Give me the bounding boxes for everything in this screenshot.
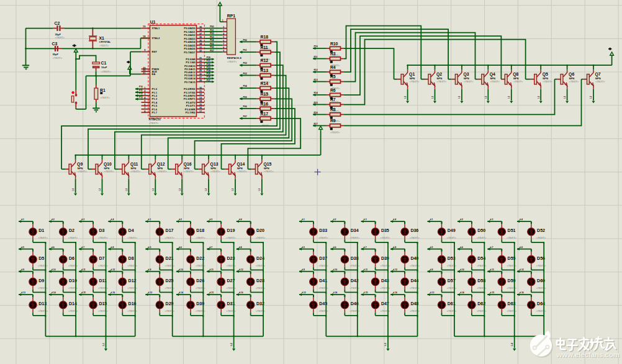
svg-text:1-2: 1-2: [205, 189, 208, 192]
svg-text:P3.4/T0: P3.4/T0: [186, 101, 196, 104]
svg-text:P12: P12: [139, 92, 143, 95]
svg-text:26: 26: [199, 73, 202, 76]
svg-text:D7: D7: [99, 256, 104, 260]
svg-text:d-10: d-10: [460, 269, 464, 271]
svg-text:d-13: d-13: [21, 291, 25, 294]
svg-text:P0.2/AD2: P0.2/AD2: [184, 33, 196, 37]
svg-text:<TEXT>: <TEXT>: [349, 264, 359, 267]
svg-text:RST: RST: [152, 50, 158, 53]
svg-text:P03: P03: [243, 73, 247, 75]
svg-text:P3.7/RD: P3.7/RD: [186, 111, 196, 114]
svg-text:Q3: Q3: [463, 72, 469, 77]
svg-text:d-8: d-8: [393, 246, 396, 249]
svg-text:d-1: d-1: [21, 218, 24, 221]
svg-text:Q15: Q15: [263, 162, 271, 167]
svg-text:d-15: d-15: [81, 291, 86, 294]
svg-text:<TEXT>: <TEXT>: [98, 264, 108, 267]
svg-text:P0.1/AD1: P0.1/AD1: [184, 30, 196, 33]
svg-text:<TEXT>: <TEXT>: [104, 170, 114, 173]
svg-text:d-12: d-12: [110, 269, 115, 271]
svg-text:<TEXT>: <TEXT>: [464, 80, 474, 83]
svg-text:d-5: d-5: [21, 246, 24, 249]
svg-text:d-5: d-5: [430, 246, 433, 249]
svg-text:R5: R5: [330, 74, 336, 79]
svg-text:<TEXT>: <TEXT>: [237, 170, 247, 173]
svg-text:D51: D51: [508, 228, 516, 233]
svg-text:6: 6: [144, 104, 145, 106]
svg-text:R12: R12: [261, 58, 269, 63]
svg-text:d-14: d-14: [333, 291, 337, 294]
svg-text:16: 16: [199, 107, 202, 109]
svg-text:AT89C51: AT89C51: [149, 118, 161, 121]
svg-text:D19: D19: [227, 228, 235, 233]
svg-text:<TEXT>: <TEXT>: [210, 170, 220, 173]
svg-text:P1.5: P1.5: [152, 104, 158, 107]
svg-text:P17: P17: [314, 123, 318, 125]
svg-text:P13: P13: [139, 96, 143, 99]
svg-text:9: 9: [144, 49, 145, 51]
svg-text:Q1: Q1: [409, 72, 415, 77]
svg-text:P05: P05: [243, 96, 247, 99]
svg-text:<TEXT>: <TEXT>: [507, 286, 516, 290]
svg-text:XTAL1: XTAL1: [152, 27, 161, 30]
svg-text:<TEXT>: <TEXT>: [410, 236, 420, 239]
svg-text:P3.1/TXD: P3.1/TXD: [184, 91, 195, 94]
svg-text:d-4: d-4: [110, 218, 114, 221]
svg-text:8: 8: [223, 47, 224, 49]
svg-text:P0.0/AD0: P0.0/AD0: [184, 27, 196, 30]
svg-text:X1: X1: [99, 36, 105, 40]
svg-text:L-4: L-4: [511, 343, 513, 346]
svg-text:37: 37: [199, 33, 202, 35]
svg-text:35: 35: [199, 40, 202, 42]
svg-text:d-8: d-8: [520, 246, 523, 249]
svg-text:1-2: 1-2: [538, 96, 540, 99]
svg-text:<TEXT>: <TEXT>: [410, 286, 420, 290]
svg-text:<TEXT>: <TEXT>: [68, 286, 78, 290]
svg-text:6: 6: [223, 40, 224, 42]
svg-text:Q14: Q14: [237, 162, 245, 167]
svg-text:9: 9: [223, 50, 224, 52]
svg-text:D4: D4: [128, 228, 134, 233]
svg-text:<TEXT>: <TEXT>: [381, 286, 390, 290]
svg-text:<TEXT>: <TEXT>: [127, 309, 137, 313]
svg-text:d-6: d-6: [333, 246, 336, 249]
svg-text:P1.7: P1.7: [152, 111, 158, 114]
svg-text:P21: P21: [207, 60, 210, 62]
svg-text:D8: D8: [128, 256, 134, 260]
svg-text:<TEXT>: <TEXT>: [100, 96, 110, 99]
svg-text:R17: R17: [261, 112, 269, 116]
svg-text:<TEXT>: <TEXT>: [165, 286, 174, 290]
svg-text:R3: R3: [330, 51, 336, 56]
svg-text:30pF: 30pF: [55, 33, 61, 36]
svg-text:d-7: d-7: [364, 246, 367, 249]
svg-text:R18: R18: [261, 35, 269, 39]
svg-text:d-9: d-9: [148, 269, 151, 271]
svg-text:<TEXT>: <TEXT>: [477, 236, 487, 239]
svg-text:Q16: Q16: [184, 162, 192, 167]
svg-text:d-13: d-13: [430, 291, 435, 294]
svg-text:d-10: d-10: [52, 269, 56, 271]
svg-text:D49: D49: [448, 228, 456, 233]
svg-text:P10: P10: [139, 86, 143, 88]
svg-text:Q9: Q9: [77, 162, 83, 167]
svg-text:<TEXT>: <TEXT>: [127, 236, 137, 239]
svg-text:22: 22: [199, 60, 202, 63]
svg-text:d-12: d-12: [520, 269, 524, 271]
svg-text:<TEXT>: <TEXT>: [477, 309, 487, 313]
svg-text:<TEXT>: <TEXT>: [149, 122, 159, 125]
svg-text:D6: D6: [69, 256, 74, 260]
svg-text:11: 11: [199, 90, 202, 92]
svg-text:<TEXT>: <TEXT>: [410, 80, 420, 83]
svg-text:R6: R6: [330, 88, 336, 92]
svg-text:<TEXT>: <TEXT>: [381, 264, 390, 267]
svg-text:P06: P06: [243, 105, 247, 108]
svg-text:<TEXT>: <TEXT>: [226, 236, 236, 239]
svg-text:<TEXT>: <TEXT>: [38, 236, 48, 239]
svg-text:<TEXT>: <TEXT>: [410, 264, 420, 267]
svg-text:d-12: d-12: [239, 269, 243, 271]
svg-text:<TEXT>: <TEXT>: [318, 286, 328, 290]
svg-text:d-6: d-6: [52, 246, 55, 249]
svg-text:<TEXT>: <TEXT>: [98, 236, 108, 239]
svg-text:d-9: d-9: [21, 269, 24, 271]
svg-text:<TEXT>: <TEXT>: [410, 309, 420, 313]
